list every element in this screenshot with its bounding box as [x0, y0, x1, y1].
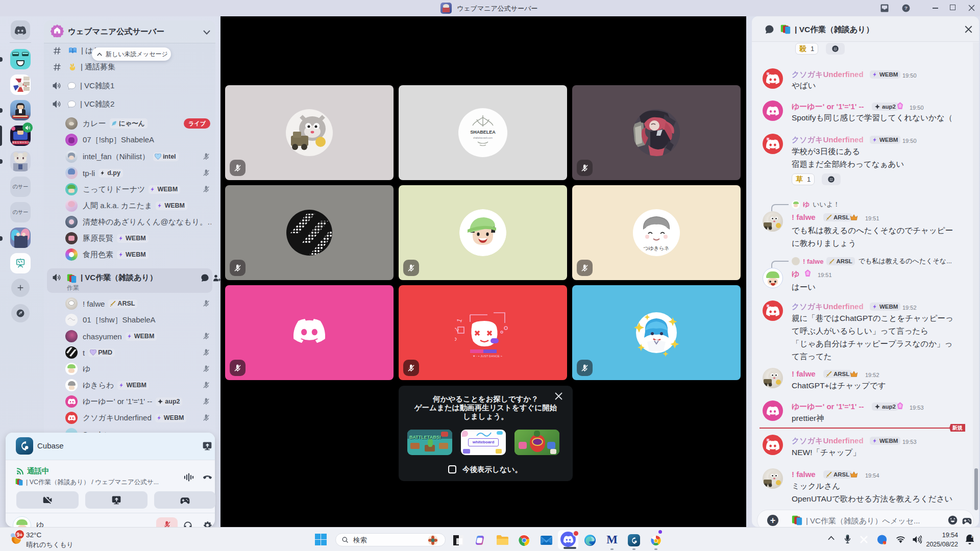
svg-text:shabelea-web.com: shabelea-web.com [473, 137, 493, 139]
svg-text:♥ ◦ ⌁ JUST DANCE ⌁: ♥ ◦ ⌁ JUST DANCE ⌁ [473, 355, 503, 358]
svg-text:3: 3 [455, 336, 458, 342]
svg-text:z: z [971, 534, 973, 539]
svg-text:SHABELEA: SHABELEA [470, 130, 496, 135]
svg-text:つゆきらネ: つゆきらネ [643, 245, 669, 251]
svg-text:1: 1 [455, 317, 464, 323]
svg-text:?: ? [904, 5, 908, 11]
